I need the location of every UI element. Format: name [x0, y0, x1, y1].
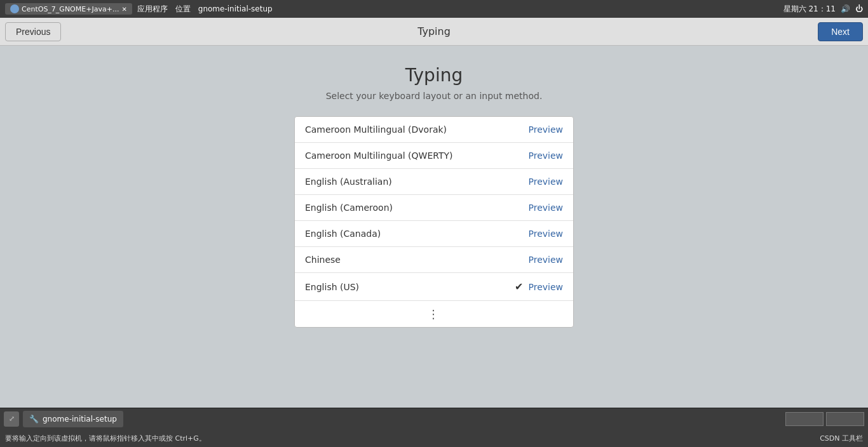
- layout-row[interactable]: Cameroon Multilingual (QWERTY)Preview: [295, 143, 573, 169]
- previous-button[interactable]: Previous: [5, 22, 61, 41]
- next-button[interactable]: Next: [818, 22, 863, 41]
- layout-row[interactable]: English (Cameroon)Preview: [295, 195, 573, 221]
- menu-apps[interactable]: 应用程序: [137, 4, 168, 15]
- layout-row[interactable]: Cameroon Multilingual (Dvorak)Preview: [295, 117, 573, 143]
- system-bar-left: CentOS_7_GNOME+Java+... ✕ 应用程序 位置 gnome-…: [5, 3, 273, 15]
- layout-row[interactable]: English (Canada)Preview: [295, 221, 573, 247]
- more-options-row[interactable]: ⋮: [295, 301, 573, 327]
- status-right: CSDN 工具栏: [820, 434, 863, 443]
- layout-row[interactable]: ChinesePreview: [295, 247, 573, 273]
- layout-preview-link[interactable]: Preview: [529, 177, 564, 187]
- status-bar: 要将输入定向到该虚拟机，请将鼠标指针移入其中或按 Ctrl+G。 CSDN 工具…: [0, 429, 868, 447]
- taskbar-gnome-icon: 🔧: [29, 415, 39, 424]
- status-message: 要将输入定向到该虚拟机，请将鼠标指针移入其中或按 Ctrl+G。: [5, 434, 206, 443]
- page-subtitle: Select your keyboard layout or an input …: [326, 91, 543, 101]
- csdn-label: CSDN 工具栏: [820, 434, 863, 443]
- taskbar-gnome-item[interactable]: 🔧 gnome-initial-setup: [23, 411, 123, 427]
- layout-name: English (Canada): [305, 229, 529, 239]
- taskbar: ⤢ 🔧 gnome-initial-setup: [0, 408, 868, 429]
- system-bar: CentOS_7_GNOME+Java+... ✕ 应用程序 位置 gnome-…: [0, 0, 868, 18]
- page-title: Typing: [405, 65, 463, 86]
- main-content: Typing Select your keyboard layout or an…: [0, 46, 868, 408]
- tab-title: CentOS_7_GNOME+Java+...: [22, 5, 119, 13]
- tab-close-icon[interactable]: ✕: [121, 6, 126, 13]
- menu-gnome-setup[interactable]: gnome-initial-setup: [198, 4, 273, 13]
- layout-name: Cameroon Multilingual (Dvorak): [305, 124, 529, 135]
- power-icon[interactable]: ⏻: [855, 4, 863, 13]
- layout-preview-link[interactable]: Preview: [529, 124, 564, 135]
- layout-preview-link[interactable]: Preview: [529, 282, 564, 292]
- taskbar-app-name: gnome-initial-setup: [43, 415, 117, 424]
- layout-preview-link[interactable]: Preview: [529, 229, 564, 239]
- nav-title: Typing: [417, 25, 451, 37]
- taskbar-app-icon: ⤢: [4, 411, 19, 427]
- datetime-display: 星期六 21：11: [783, 4, 836, 15]
- layout-name: English (US): [305, 282, 515, 292]
- layout-selected-icon: ✔: [515, 281, 523, 293]
- menu-position[interactable]: 位置: [175, 4, 191, 15]
- gnome-icon: [10, 4, 19, 13]
- system-menus: 应用程序 位置 gnome-initial-setup: [137, 4, 273, 15]
- nav-bar: Previous Typing Next: [0, 18, 868, 46]
- system-bar-right: 星期六 21：11 🔊 ⏻: [783, 4, 863, 15]
- volume-icon[interactable]: 🔊: [841, 4, 850, 13]
- resize-icon: ⤢: [9, 415, 15, 423]
- layout-row[interactable]: English (US)✔Preview: [295, 273, 573, 301]
- layout-name: Cameroon Multilingual (QWERTY): [305, 150, 529, 161]
- layout-name: English (Cameroon): [305, 203, 529, 213]
- layout-name: English (Australian): [305, 177, 529, 187]
- layout-preview-link[interactable]: Preview: [529, 203, 564, 213]
- system-tab[interactable]: CentOS_7_GNOME+Java+... ✕: [5, 3, 132, 15]
- layout-preview-link[interactable]: Preview: [529, 255, 564, 265]
- taskbar-right: [785, 412, 864, 426]
- layout-row[interactable]: English (Australian)Preview: [295, 169, 573, 195]
- layout-name: Chinese: [305, 255, 529, 265]
- taskbar-box-2: [826, 412, 864, 426]
- layout-preview-link[interactable]: Preview: [529, 150, 564, 161]
- taskbar-box-1: [785, 412, 824, 426]
- layout-list: Cameroon Multilingual (Dvorak)PreviewCam…: [294, 116, 574, 328]
